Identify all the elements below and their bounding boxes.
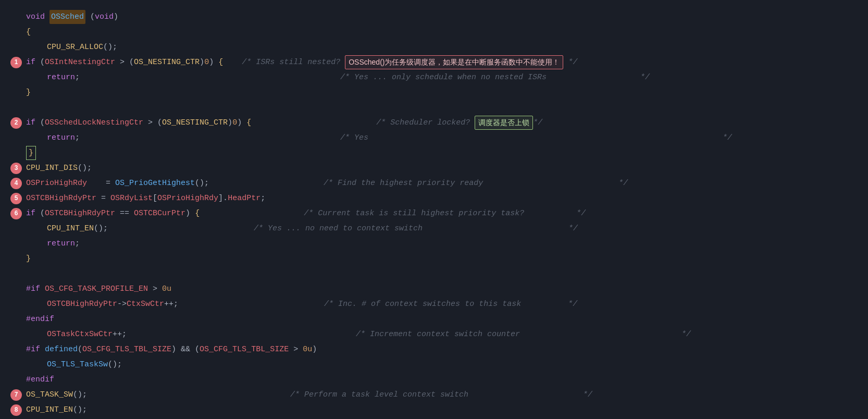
code-container: void OSSched (void) { CPU_SR_ALLOC(); 1 … bbox=[0, 0, 868, 419]
badge-7: 7 bbox=[10, 389, 22, 401]
line-ostcbHighRdyPtr: 5 OSTCBHighRdyPtr = OSRdyList [ OSPrioHi… bbox=[10, 191, 868, 206]
line-osprioHighRdy: 4 OSPrioHighRdy = OS_PrioGetHighest (); … bbox=[10, 176, 868, 191]
badge-4: 4 bbox=[10, 178, 22, 189]
line-open-brace: { bbox=[10, 24, 868, 40]
line-if-os-cfg: #if OS_CFG_TASK_PROFILE_EN > 0u bbox=[10, 281, 868, 297]
fn-ossched: OSSched bbox=[49, 10, 85, 24]
line-os-tls-task: OS_TLS_TaskSw (); bbox=[10, 357, 868, 372]
line-if-defined: #if defined ( OS_CFG_TLS_TBL_SIZE ) && (… bbox=[10, 342, 868, 357]
line-void-ossched: void OSSched (void) bbox=[10, 9, 868, 24]
line-cpu-sr-alloc: CPU_SR_ALLOC(); bbox=[10, 40, 868, 55]
kw-void: void bbox=[26, 10, 45, 24]
line-os-task-ctx: OSTaskCtxSwCtr ++; /* Increment context … bbox=[10, 327, 868, 342]
badge-5: 5 bbox=[10, 193, 22, 204]
line-return2: return; /* Yes */ bbox=[10, 130, 868, 145]
line-endif2: #endif bbox=[10, 372, 868, 387]
annotation-scheduler-lock: 调度器是否上锁 bbox=[475, 116, 533, 130]
line-cpu-int-dis: 3 CPU_INT_DIS(); bbox=[10, 161, 868, 176]
badge-2: 2 bbox=[10, 117, 22, 129]
badge-1: 1 bbox=[10, 57, 22, 68]
line-close2: } bbox=[10, 145, 868, 161]
line-return3: return; bbox=[10, 236, 868, 251]
line-endif1: #endif bbox=[10, 312, 868, 327]
line-if-osint: 1 if ( OSIntNestingCtr > ( OS_NESTING_CT… bbox=[10, 55, 868, 70]
line-close1: } bbox=[10, 85, 868, 100]
line-if-ossched-lock: 2 if ( OSSchedLockNestingCtr > ( OS_NEST… bbox=[10, 115, 868, 130]
badge-6: 6 bbox=[10, 208, 22, 219]
line-cpu-int-en1: CPU_INT_EN(); /* Yes ... no need to cont… bbox=[10, 221, 868, 236]
line-return1: return; /* Yes ... only schedule when no… bbox=[10, 70, 868, 85]
line-blank1 bbox=[10, 100, 868, 115]
annotation-ossched-note: OSSched()为任务级调度器，如果是在中断服务函数中不能使用！ bbox=[345, 55, 563, 70]
badge-8: 8 bbox=[10, 404, 22, 416]
badge-3: 3 bbox=[10, 163, 22, 174]
line-os-task-sw: 7 OS_TASK_SW(); /* Perform a task level … bbox=[10, 387, 868, 402]
line-ostcb-ctx-sw: OSTCBHighRdyPtr -> CtxSwCtr ++; /* Inc. … bbox=[10, 297, 868, 312]
line-close3: } bbox=[10, 251, 868, 266]
line-cpu-int-en2: 8 CPU_INT_EN(); bbox=[10, 402, 868, 417]
line-blank2 bbox=[10, 266, 868, 281]
line-if-ostcb: 6 if ( OSTCBHighRdyPtr == OSTCBCurPtr ) … bbox=[10, 206, 868, 221]
